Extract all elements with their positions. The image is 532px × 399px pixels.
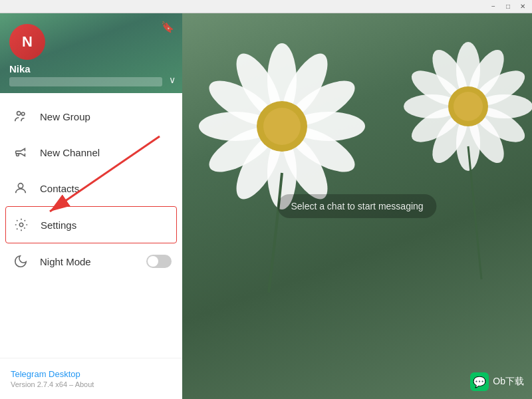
sidebar-footer: Telegram Desktop Version 2.7.4 x64 – Abo… (0, 358, 182, 399)
menu-item-settings[interactable]: Settings (5, 206, 177, 243)
empty-chat-label: Select a chat to start messaging (277, 194, 436, 218)
svg-point-1 (21, 112, 25, 116)
person-icon (11, 178, 31, 198)
watermark-text: Ob下载 (493, 376, 524, 388)
moon-icon (11, 251, 31, 271)
sidebar: 🔖 N Nika ∨ New Group (0, 13, 182, 399)
minimize-button[interactable]: − (487, 2, 500, 11)
app-version: Version 2.7.4 x64 – About (11, 380, 172, 388)
menu-item-new-channel[interactable]: New Channel (0, 134, 182, 170)
main-layout: 🔖 N Nika ∨ New Group (0, 13, 532, 399)
settings-label: Settings (41, 219, 76, 231)
svg-point-0 (17, 112, 21, 116)
megaphone-icon (11, 142, 31, 162)
menu-item-night-mode[interactable]: Night Mode (0, 243, 182, 279)
night-mode-toggle[interactable] (146, 255, 172, 268)
chevron-down-icon[interactable]: ∨ (169, 74, 176, 85)
watermark: 💬 Ob下载 (470, 372, 524, 391)
title-bar: − □ ✕ (0, 0, 532, 13)
menu-item-new-group[interactable]: New Group (0, 98, 182, 134)
menu-item-contacts[interactable]: Contacts (0, 170, 182, 206)
avatar: N (9, 24, 45, 60)
menu-list: New Group New Channel (0, 93, 182, 358)
new-group-label: New Group (40, 111, 90, 122)
new-channel-label: New Channel (40, 147, 100, 158)
night-mode-label: Night Mode (40, 256, 91, 267)
app-name[interactable]: Telegram Desktop (11, 369, 172, 379)
group-icon (11, 106, 31, 126)
chat-area: Select a chat to start messaging 💬 Ob下载 (182, 13, 532, 399)
close-button[interactable]: ✕ (516, 2, 529, 11)
profile-name: Nika (9, 63, 31, 74)
bookmark-icon: 🔖 (160, 19, 176, 35)
svg-point-2 (18, 184, 23, 188)
profile-info-bar (9, 77, 162, 86)
gear-icon (11, 215, 31, 235)
maximize-button[interactable]: □ (501, 2, 515, 11)
svg-point-3 (19, 223, 23, 227)
contacts-label: Contacts (40, 183, 79, 194)
wechat-icon: 💬 (470, 372, 489, 391)
sidebar-header: 🔖 N Nika ∨ (0, 13, 182, 93)
